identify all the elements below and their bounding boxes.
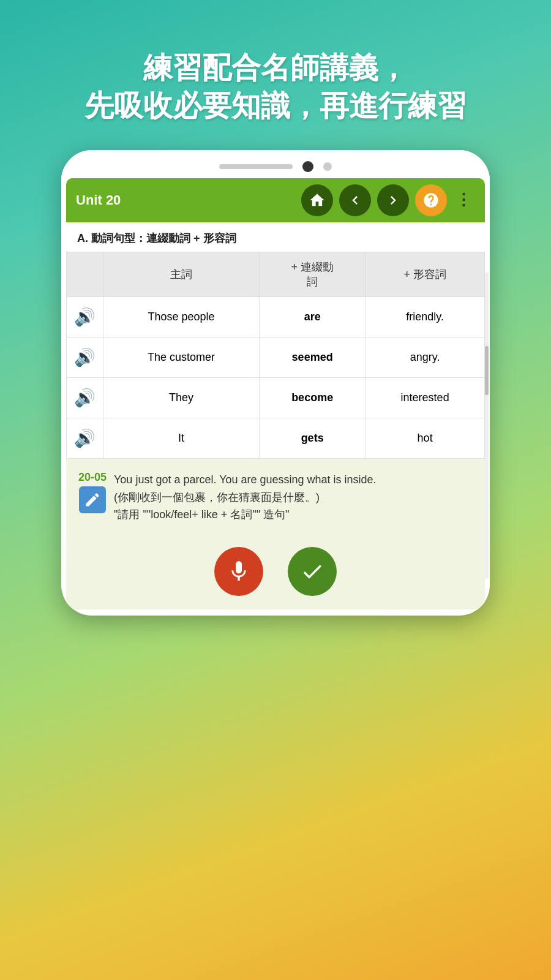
pencil-icon	[84, 491, 101, 508]
section-label: A. 動詞句型：連綴動詞 + 形容詞	[66, 222, 485, 252]
prev-button[interactable]	[339, 184, 371, 216]
dot-inactive	[323, 162, 332, 171]
subject-4: It	[103, 418, 260, 458]
table-row: 🔊 Those people are friendly.	[67, 296, 485, 337]
help-icon	[422, 192, 440, 209]
sound-button-4[interactable]: 🔊	[74, 429, 96, 448]
subject-3: They	[103, 377, 260, 418]
next-button[interactable]	[377, 184, 409, 216]
scrollbar-thumb[interactable]	[485, 346, 489, 395]
bottom-action-bar	[66, 536, 485, 609]
col-subject-header: 主詞	[103, 252, 260, 296]
dot-active	[302, 161, 313, 172]
exercise-box: 20-05 You just got a parcel. You are gue…	[66, 459, 485, 536]
phone-status-bar	[61, 150, 490, 178]
verb-3: become	[260, 377, 365, 418]
next-icon	[384, 192, 402, 209]
subject-1: Those people	[103, 296, 260, 337]
adj-4: hot	[365, 418, 485, 458]
exercise-instruction: "請用 ""look/feel+ like + 名詞"" 造句"	[114, 508, 289, 521]
exercise-content: You just got a parcel. You are guessing …	[114, 471, 377, 524]
phone-frame: Unit 20	[61, 150, 490, 616]
grammar-table: 主詞 + 連綴動詞 + 形容詞 🔊 Those people are frien…	[66, 252, 485, 459]
adj-2: angry.	[365, 337, 485, 377]
verb-1: are	[260, 296, 365, 337]
scrollbar-track	[485, 273, 489, 579]
exercise-text-zh: (你剛收到一個包裹，你在猜裏面是什麼。)	[114, 491, 320, 503]
verb-2: seemed	[260, 337, 365, 377]
col-verb-header: + 連綴動詞	[260, 252, 365, 296]
home-button[interactable]	[301, 184, 333, 216]
check-icon	[300, 559, 324, 584]
exercise-icon	[79, 486, 106, 513]
sound-button-1[interactable]: 🔊	[74, 307, 96, 326]
unit-label: Unit 20	[76, 192, 295, 208]
microphone-icon	[227, 559, 251, 584]
table-row: 🔊 They become interested	[67, 377, 485, 418]
prev-icon	[347, 192, 364, 209]
verb-4: gets	[260, 418, 365, 458]
subject-2: The customer	[103, 337, 260, 377]
table-row: 🔊 The customer seemed angry.	[67, 337, 485, 377]
col-adj-header: + 形容詞	[365, 252, 485, 296]
exercise-text-en: You just got a parcel. You are guessing …	[114, 473, 377, 486]
phone-screen: Unit 20	[66, 178, 485, 609]
microphone-button[interactable]	[214, 547, 263, 596]
col-icon-header	[67, 252, 103, 296]
adj-3: interested	[365, 377, 485, 418]
sound-button-3[interactable]: 🔊	[74, 388, 96, 407]
check-button[interactable]	[288, 547, 337, 596]
exercise-number: 20-05	[78, 471, 107, 484]
app-header: Unit 20	[66, 178, 485, 222]
home-icon	[309, 192, 326, 209]
help-button[interactable]	[415, 184, 447, 216]
adj-1: friendly.	[365, 296, 485, 337]
table-row: 🔊 It gets hot	[67, 418, 485, 458]
header-title: 練習配合名師講義， 先吸收必要知識，再進行練習	[84, 49, 467, 126]
more-button[interactable]: ⋮	[453, 190, 475, 209]
sound-button-2[interactable]: 🔊	[74, 348, 96, 367]
dots-decoration	[219, 164, 293, 169]
